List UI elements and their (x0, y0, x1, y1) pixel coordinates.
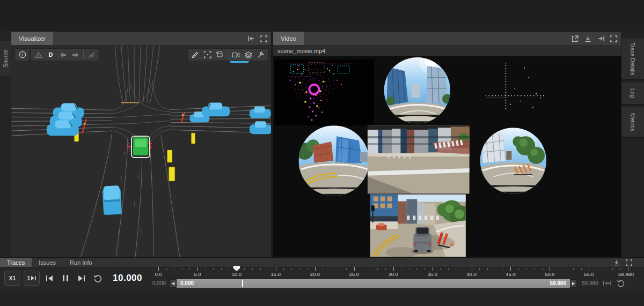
external-link-icon[interactable] (571, 35, 579, 43)
video-tabbar: Video (273, 32, 621, 46)
tab-visualizer[interactable]: Visualizer (11, 32, 53, 45)
reset-camera-button[interactable] (214, 49, 225, 60)
info-icon (19, 51, 26, 58)
ruler-minor-tick (260, 268, 261, 270)
ruler-minor-tick (252, 268, 253, 270)
skip-to-start-button[interactable] (43, 271, 56, 286)
step-forward-button[interactable] (75, 271, 88, 286)
ruler-minor-tick (605, 268, 605, 270)
fit-range-icon[interactable] (603, 279, 611, 287)
ruler-minor-tick (268, 268, 268, 270)
ruler-minor-tick (620, 268, 621, 270)
toolbar-divider (228, 51, 228, 58)
app-root: Source Visualizer (0, 0, 644, 306)
video-player-viewport[interactable] (273, 56, 621, 257)
tab-source[interactable]: Source (0, 41, 11, 76)
tab-metrics-label: Metrics (630, 113, 636, 131)
prev-annotation-button[interactable] (57, 49, 69, 60)
loop-icon[interactable] (617, 279, 625, 287)
collapse-right-icon[interactable] (597, 35, 605, 43)
ruler-minor-tick (440, 268, 441, 270)
ruler-minor-tick (299, 268, 300, 270)
ruler-minor-tick (409, 268, 409, 270)
replay-icon (93, 274, 102, 282)
playback-controls: X1 1 10.000 (4, 270, 142, 286)
collapse-left-icon[interactable] (247, 35, 255, 43)
playback-speed-label: X1 (9, 275, 16, 281)
scrubber-position-tick[interactable] (242, 280, 243, 287)
ruler-minor-tick (448, 268, 449, 270)
fullscreen-icon[interactable] (260, 35, 268, 43)
layers-button[interactable] (243, 49, 254, 60)
tab-video[interactable]: Video (273, 32, 304, 45)
pause-button[interactable] (59, 271, 72, 286)
camera-button[interactable] (230, 49, 241, 60)
timeline-ruler[interactable]: 0.05.010.015.020.025.030.035.040.045.050… (158, 265, 628, 279)
hide-overlays-button[interactable] (86, 49, 97, 60)
focus-button[interactable] (202, 49, 213, 60)
ruler-major-tick (158, 267, 159, 271)
visualizer-3d-viewport[interactable]: D (11, 46, 271, 257)
warnings-button[interactable] (33, 49, 44, 60)
ruler-minor-tick (612, 268, 613, 270)
ruler-minor-tick (182, 268, 182, 270)
next-annotation-button[interactable] (70, 49, 81, 60)
step-forward-icon (78, 275, 85, 281)
ego-vehicle (131, 136, 150, 158)
range-start-handle[interactable]: ◀ (170, 279, 177, 288)
ruler-major-tick (354, 267, 355, 271)
tab-run-info[interactable]: Run Info (63, 258, 99, 267)
fullscreen-icon[interactable] (610, 35, 618, 43)
ruler-minor-tick (362, 268, 362, 270)
ruler-tick-label: 50.0 (545, 271, 555, 277)
ruler-major-tick (433, 267, 433, 271)
ruler-minor-tick (479, 268, 480, 270)
ruler-minor-tick (534, 268, 535, 270)
ruler-major-tick (315, 267, 316, 271)
measure-button[interactable] (189, 49, 201, 60)
ruler-major-tick (393, 267, 394, 271)
range-end-handle[interactable]: ▶ (570, 279, 577, 288)
tab-issues-label: Issues (39, 259, 56, 266)
ruler-minor-tick (487, 268, 488, 270)
tab-log-label: Log (630, 88, 636, 98)
detections-mode-label: D (49, 51, 53, 58)
ruler-minor-tick (331, 268, 331, 270)
tab-traces-label: Traces (7, 259, 25, 266)
replay-button[interactable] (91, 271, 104, 286)
tab-source-label: Source (2, 49, 9, 67)
tab-traces[interactable]: Traces (0, 258, 32, 267)
ruler-major-tick (237, 267, 237, 271)
bottom-filler (0, 291, 644, 306)
ruler-minor-tick (339, 268, 339, 270)
ruler-tick-label: 20.0 (310, 271, 320, 277)
tab-metrics[interactable]: Metrics (621, 107, 644, 138)
tab-issues[interactable]: Issues (32, 258, 63, 267)
lidar-top-view-tile (275, 59, 374, 125)
reset-camera-icon (216, 51, 224, 58)
tab-visualizer-label: Visualizer (19, 35, 46, 42)
frame-step-count-button[interactable]: 1 (24, 271, 40, 286)
info-button[interactable] (17, 49, 28, 60)
scrubber-bar[interactable]: 0.000 59.980 (177, 279, 570, 288)
arrow-right-icon (72, 52, 79, 58)
annotation-toolbar: D (31, 48, 99, 61)
ruler-minor-tick (597, 268, 597, 270)
playback-speed-button[interactable]: X1 (4, 271, 20, 286)
settings-wrench-button[interactable] (255, 49, 266, 60)
sensor-off-icon (88, 51, 96, 58)
detections-mode-button[interactable]: D (45, 49, 56, 60)
ruler-tick-label: 5.0 (194, 271, 201, 277)
ruler-minor-tick (291, 268, 292, 270)
ruler-minor-tick (174, 268, 174, 270)
toolbar-divider (83, 51, 84, 58)
ruler-major-tick (628, 267, 628, 271)
ruler-minor-tick (456, 268, 456, 270)
tab-trace-details[interactable]: Trace Details (621, 39, 644, 80)
download-icon[interactable] (584, 35, 592, 43)
ruler-tick-label: 10.0 (232, 271, 242, 277)
tab-log[interactable]: Log (621, 83, 644, 105)
ruler-tick-label: 15.0 (271, 271, 281, 277)
ruler-tick-label: 55.0 (584, 271, 594, 277)
arrow-left-icon (60, 52, 67, 58)
